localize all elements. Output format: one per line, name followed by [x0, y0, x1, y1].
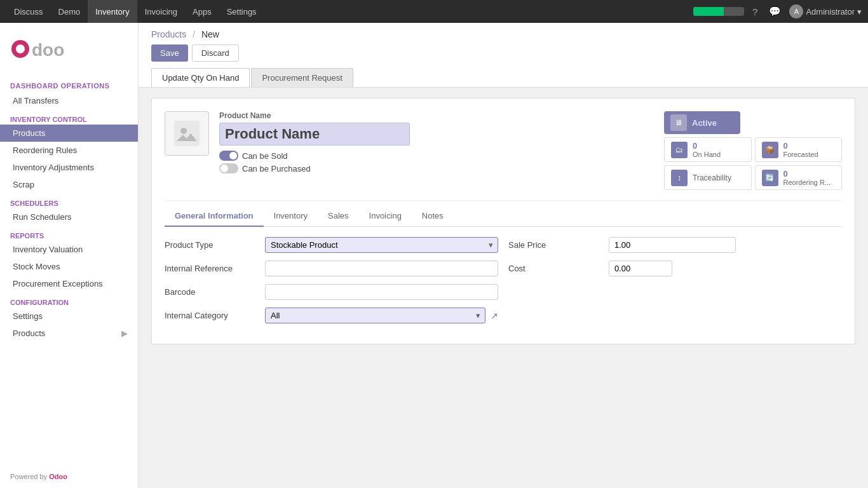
nav-invoicing[interactable]: Invoicing — [137, 0, 185, 23]
nav-settings[interactable]: Settings — [219, 0, 264, 23]
inventory-control-title: Inventory Control — [0, 113, 138, 125]
sidebar-item-scrap[interactable]: Scrap — [0, 176, 138, 193]
breadcrumb-current: New — [201, 29, 219, 39]
nav-inventory[interactable]: Inventory — [88, 0, 137, 23]
barcode-label: Barcode — [165, 287, 260, 297]
svg-text:doo: doo — [32, 40, 64, 60]
top-navigation: Discuss Demo Inventory Invoicing Apps Se… — [0, 0, 868, 23]
sidebar-item-procurement-exceptions[interactable]: Procurement Exceptions — [0, 275, 138, 292]
sidebar-item-reordering-rules[interactable]: Reordering Rules — [0, 142, 138, 159]
on-hand-button[interactable]: 🗂 0 On Hand — [664, 137, 752, 162]
sidebar: doo Dashboard Operations All Transfers I… — [0, 23, 139, 488]
breadcrumb-parent[interactable]: Products — [151, 29, 186, 39]
product-name-label: Product Name — [219, 111, 654, 120]
content-header: Products / New Save Discard Update Qty O… — [139, 23, 868, 88]
sidebar-section-configuration: Configuration Settings Products ▶ — [0, 292, 138, 342]
can-be-purchased-row[interactable]: Can be Purchased — [219, 163, 654, 173]
progress-bar — [693, 7, 744, 16]
breadcrumb: Products / New — [151, 29, 855, 39]
cost-label: Cost — [508, 264, 604, 273]
sidebar-section-inventory-control: Inventory Control Products Reordering Ru… — [0, 109, 138, 193]
can-be-purchased-label: Can be Purchased — [242, 164, 311, 173]
tab-sales[interactable]: Sales — [318, 206, 359, 227]
expand-icon: ▶ — [121, 329, 128, 338]
user-menu[interactable]: A Administrator ▾ — [789, 4, 862, 18]
svg-point-4 — [180, 128, 187, 134]
product-image[interactable] — [165, 111, 209, 156]
sidebar-item-products[interactable]: Products — [0, 125, 138, 142]
subtab-procurement-request[interactable]: Procurement Request — [251, 68, 353, 87]
on-hand-count: 0 — [693, 141, 721, 151]
form-right-column: Sale Price Cost — [508, 237, 842, 331]
odoo-link[interactable]: Odoo — [49, 473, 67, 480]
tab-general-information[interactable]: General Information — [165, 206, 264, 227]
on-hand-label: On Hand — [693, 151, 721, 158]
chat-icon[interactable]: 💬 — [766, 6, 784, 17]
form-container: Product Name Can be Sold Can be Purchase… — [139, 88, 868, 355]
tab-invoicing[interactable]: Invoicing — [359, 206, 412, 227]
can-be-purchased-toggle[interactable] — [219, 163, 238, 173]
external-link-icon[interactable]: ↗ — [491, 311, 498, 321]
product-type-label: Product Type — [165, 240, 260, 250]
main-content: Products / New Save Discard Update Qty O… — [139, 23, 868, 488]
chevron-down-icon: ▾ — [857, 7, 862, 17]
reports-title: Reports — [0, 229, 138, 241]
schedulers-title: Schedulers — [0, 197, 138, 208]
traceability-label: Traceability — [693, 173, 731, 182]
subtab-update-qty[interactable]: Update Qty On Hand — [151, 68, 250, 87]
form-card: Product Name Can be Sold Can be Purchase… — [151, 98, 855, 344]
sale-price-field: Sale Price — [508, 237, 842, 253]
active-status-button[interactable]: 🖥 Active — [664, 111, 740, 134]
sidebar-item-settings[interactable]: Settings — [0, 308, 138, 325]
active-button-row: 🖥 Active — [664, 111, 842, 134]
discard-button[interactable]: Discard — [192, 44, 239, 62]
help-icon[interactable]: ? — [749, 6, 761, 17]
active-label: Active — [692, 118, 717, 128]
avatar: A — [789, 4, 803, 18]
form-left-column: Product Type Stockable Product Consumabl… — [165, 237, 498, 331]
product-type-field: Product Type Stockable Product Consumabl… — [165, 237, 498, 253]
nav-demo[interactable]: Demo — [51, 0, 88, 23]
configuration-title: Configuration — [0, 296, 138, 308]
product-checkboxes: Can be Sold Can be Purchased — [219, 151, 654, 173]
reordering-button[interactable]: 🔄 0 Reordering R... — [755, 165, 843, 190]
sidebar-item-inventory-adjustments[interactable]: Inventory Adjustments — [0, 159, 138, 176]
internal-category-label: Internal Category — [165, 311, 260, 320]
internal-reference-label: Internal Reference — [165, 264, 260, 273]
product-name-input[interactable] — [219, 123, 410, 146]
nav-apps[interactable]: Apps — [185, 0, 219, 23]
save-button[interactable]: Save — [151, 44, 188, 62]
cost-input[interactable] — [609, 261, 672, 276]
internal-category-select[interactable]: All — [265, 308, 485, 323]
sale-price-input[interactable] — [609, 237, 736, 253]
product-type-select[interactable]: Stockable Product Consumable Service — [265, 237, 498, 253]
product-info: Product Name Can be Sold Can be Purchase… — [219, 111, 654, 173]
can-be-sold-toggle[interactable] — [219, 151, 238, 161]
sidebar-item-config-products[interactable]: Products ▶ — [0, 325, 138, 342]
forecasted-button[interactable]: 📦 0 Forecasted — [755, 137, 843, 162]
sidebar-item-stock-moves[interactable]: Stock Moves — [0, 258, 138, 275]
on-hand-icon: 🗂 — [671, 142, 688, 158]
forecasted-icon: 📦 — [762, 142, 778, 158]
tab-notes[interactable]: Notes — [412, 206, 454, 227]
sidebar-section-reports: Reports Inventory Valuation Stock Moves … — [0, 226, 138, 292]
nav-discuss[interactable]: Discuss — [6, 0, 51, 23]
barcode-input[interactable] — [265, 284, 498, 300]
sidebar-item-inventory-valuation[interactable]: Inventory Valuation — [0, 241, 138, 258]
sidebar-item-all-transfers[interactable]: All Transfers — [0, 92, 138, 109]
reordering-label: Reordering R... — [783, 179, 831, 186]
sidebar-section-schedulers: Schedulers Run Schedulers — [0, 193, 138, 226]
form-tabs: General Information Inventory Sales Invo… — [165, 206, 842, 227]
breadcrumb-separator: / — [193, 29, 195, 39]
internal-reference-input[interactable] — [265, 261, 498, 276]
can-be-sold-row[interactable]: Can be Sold — [219, 151, 654, 161]
form-fields: Product Type Stockable Product Consumabl… — [165, 237, 842, 331]
logo[interactable]: doo — [0, 23, 138, 76]
internal-reference-field: Internal Reference — [165, 261, 498, 276]
sidebar-item-run-schedulers[interactable]: Run Schedulers — [0, 208, 138, 226]
tab-inventory[interactable]: Inventory — [264, 206, 318, 227]
traceability-button[interactable]: ↕ Traceability — [664, 165, 752, 190]
sidebar-footer: Powered by Odoo — [0, 465, 138, 488]
can-be-sold-label: Can be Sold — [242, 151, 288, 161]
status-area: 🖥 Active 🗂 0 — [664, 111, 842, 190]
